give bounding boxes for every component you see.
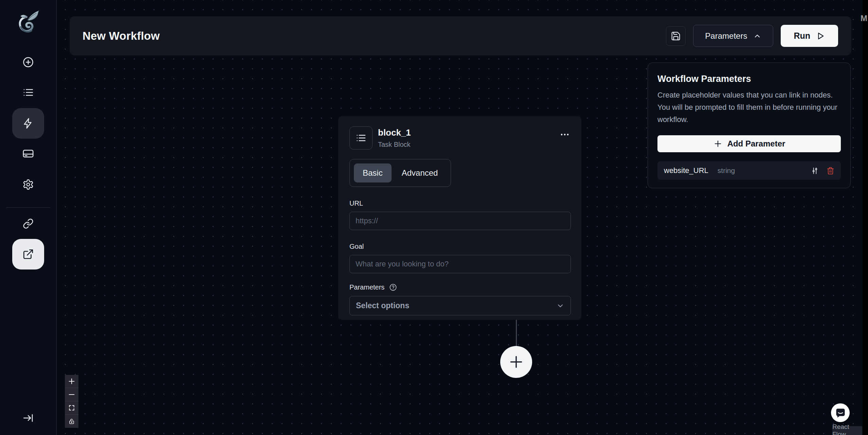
workflow-parameters-title: Workflow Parameters (657, 74, 841, 84)
tab-basic[interactable]: Basic (354, 163, 392, 182)
run-label: Run (794, 31, 810, 41)
gear-icon (22, 179, 34, 190)
help-circle-icon[interactable] (389, 283, 397, 291)
header-actions: Parameters Run (666, 25, 838, 47)
sidebar-divider (6, 207, 50, 208)
sidebar-collapse-button[interactable] (12, 404, 44, 432)
plus-icon (68, 378, 75, 385)
zoom-in-button[interactable] (65, 375, 78, 388)
parameter-type: string (718, 167, 735, 175)
sidebar-item-workflows[interactable] (12, 108, 44, 139)
parameters-label: Parameters (349, 283, 384, 291)
sidebar-item-settings[interactable] (12, 169, 44, 200)
screen-edge-strip (863, 0, 868, 435)
ellipsis-icon (559, 128, 571, 141)
sidebar-item-billing[interactable] (12, 138, 44, 169)
zoom-out-button[interactable] (65, 388, 78, 401)
block-title: block_1 (378, 127, 411, 138)
url-input[interactable] (349, 212, 571, 230)
save-button[interactable] (666, 26, 686, 46)
sidebar-item-create[interactable] (12, 47, 44, 77)
parameters-select[interactable]: Select options (349, 296, 571, 315)
plus-icon (508, 353, 525, 370)
chevron-up-icon (753, 32, 761, 40)
goal-input[interactable] (349, 255, 571, 273)
chat-bubble-icon (835, 407, 846, 418)
fit-view-icon (68, 404, 75, 411)
screen-edge-text-fragment: M (861, 14, 867, 23)
flow-controls (65, 375, 78, 428)
workflow-parameters-panel: Workflow Parameters Create placeholder v… (648, 63, 851, 188)
external-link-icon (22, 248, 34, 260)
tab-advanced[interactable]: Advanced (393, 163, 447, 182)
skyvern-dragon-logo[interactable] (16, 8, 40, 36)
block-mode-tabs: Basic Advanced (349, 159, 451, 187)
parameters-toggle-button[interactable]: Parameters (693, 25, 773, 47)
plus-icon (713, 139, 723, 149)
task-block-header: block_1 Task Block (349, 126, 571, 150)
parameter-key: website_URL (664, 166, 708, 175)
task-block-icon-box (349, 126, 373, 150)
credit-card-icon (22, 148, 34, 159)
sidebar-item-integrations[interactable] (12, 208, 44, 239)
react-flow-attribution[interactable]: React Flow (832, 426, 862, 435)
url-label: URL (349, 199, 571, 207)
add-block-button[interactable] (500, 346, 532, 378)
block-type-label: Task Block (378, 141, 411, 149)
sidebar-item-runs-history[interactable] (12, 77, 44, 108)
edge-connector-line (516, 320, 517, 347)
sidebar (0, 0, 57, 435)
trash-icon[interactable] (827, 167, 834, 175)
run-button[interactable]: Run (781, 25, 838, 47)
chat-widget-button[interactable] (831, 403, 850, 422)
parameters-toggle-label: Parameters (705, 31, 747, 41)
task-block-node[interactable]: block_1 Task Block Basic Advanced URL Go… (338, 116, 581, 320)
lock-icon (69, 418, 75, 424)
block-menu-button[interactable] (559, 126, 571, 141)
sliders-icon[interactable] (811, 167, 819, 175)
add-parameter-label: Add Parameter (727, 139, 785, 149)
fit-view-button[interactable] (65, 401, 78, 415)
page-title: New Workflow (83, 30, 160, 42)
add-parameter-button[interactable]: Add Parameter (657, 135, 841, 152)
play-icon (816, 31, 825, 41)
workflow-parameters-description: Create placeholder values that you can l… (657, 89, 844, 126)
list-icon (356, 133, 366, 143)
chevron-down-icon (556, 302, 564, 310)
plus-circle-icon (22, 56, 34, 68)
parameter-row[interactable]: website_URL string (657, 161, 841, 180)
arrow-to-bar-icon (22, 412, 34, 424)
lightning-icon (22, 118, 34, 129)
lock-button[interactable] (65, 415, 78, 428)
minus-icon (68, 391, 75, 398)
link-icon (23, 218, 34, 229)
list-icon (22, 87, 34, 98)
goal-label: Goal (349, 243, 571, 250)
parameters-select-value: Select options (356, 301, 409, 310)
workflow-header-bar: New Workflow Parameters Run (70, 16, 851, 55)
sidebar-item-open-external[interactable] (12, 239, 44, 269)
save-icon (671, 31, 681, 41)
